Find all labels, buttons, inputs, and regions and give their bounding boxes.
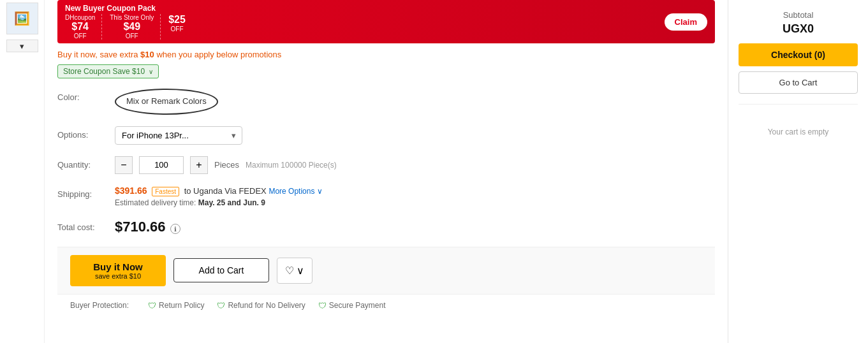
store-coupon-button[interactable]: Store Coupon Save $10 ∨	[57, 64, 159, 78]
shipping-info: $391.66 Fastest to Uganda Via FEDEX More…	[115, 186, 715, 196]
fastest-badge: Fastest	[152, 187, 179, 196]
delivery-label: Estimated delivery time:	[115, 198, 196, 207]
store-sublabel: This Store Only	[110, 14, 154, 21]
shipping-control: $391.66 Fastest to Uganda Via FEDEX More…	[115, 186, 715, 207]
protection-return: 🛡 Return Policy	[148, 301, 204, 310]
subtotal-label: Subtotal	[739, 10, 858, 20]
mix-remark-color-option[interactable]: Mix or Remark Colors	[115, 89, 218, 115]
wishlist-heart-icon: ♡	[285, 265, 294, 277]
protection-refund: 🛡 Refund for No Delivery	[217, 301, 305, 310]
wishlist-chevron-icon: ∨	[297, 265, 304, 277]
quantity-row: Quantity: − + Pieces Maximum 100000 Piec…	[57, 156, 715, 174]
protection-secure: 🛡 Secure Payment	[318, 301, 386, 310]
total-cost-control: $710.66 ℹ	[115, 219, 715, 235]
shipping-price: $391.66	[115, 186, 147, 196]
dhcoupon-sublabel: DHcoupon	[65, 14, 95, 21]
coupon-title: New Buyer Coupon Pack	[65, 4, 665, 13]
dhcoupon-label: OFF	[65, 33, 95, 40]
product-thumbnail[interactable]: 🖼️	[6, 3, 38, 34]
thumbnail-column: 🖼️ ▾	[0, 0, 45, 343]
protection-label: Buyer Protection:	[70, 301, 129, 310]
shield-secure-icon: 🛡	[318, 301, 327, 310]
save-promo: Buy it now, save extra $10 when you appl…	[57, 50, 715, 59]
action-area: Buy it Now save extra $10 Add to Cart ♡ …	[57, 247, 715, 294]
total-price: $710.66	[115, 219, 166, 235]
shield-return-icon: 🛡	[148, 301, 156, 310]
quantity-label: Quantity:	[57, 156, 115, 170]
quantity-control: − + Pieces Maximum 100000 Piece(s)	[115, 156, 715, 174]
total-cost-row: Total cost: $710.66 ℹ	[57, 219, 715, 235]
options-control: For iPhone 13Pr...	[115, 126, 715, 145]
empty-cart-message: Your cart is empty	[739, 128, 858, 136]
quantity-max: Maximum 100000 Piece(s)	[246, 161, 337, 170]
dhcoupon-amount: $74	[65, 21, 95, 33]
save-promo-suffix: when you apply below promotions	[156, 50, 281, 59]
buy-now-sub-label: save extra $10	[85, 272, 151, 280]
chevron-down-icon: ▾	[20, 41, 24, 51]
protection-row: Buyer Protection: 🛡 Return Policy 🛡 Refu…	[57, 294, 715, 317]
options-row: Options: For iPhone 13Pr...	[57, 126, 715, 145]
save-promo-text: Buy it now, save extra	[57, 50, 138, 59]
dhcoupon-item: DHcoupon $74 OFF	[65, 14, 102, 40]
store-amount: $49	[110, 21, 154, 33]
protection-return-text: Return Policy	[159, 301, 204, 310]
cart-sidebar: Subtotal UGX0 Checkout (0) Go to Cart Yo…	[728, 0, 868, 343]
more-options-link[interactable]: More Options ∨	[268, 187, 322, 196]
total-cost-label: Total cost:	[57, 219, 115, 232]
coupon-banner: New Buyer Coupon Pack DHcoupon $74 OFF T…	[57, 0, 715, 43]
shield-refund-icon: 🛡	[217, 301, 225, 310]
more-options-text: More Options	[268, 187, 314, 196]
extra-amount: $25	[168, 14, 186, 26]
wishlist-button[interactable]: ♡ ∨	[277, 258, 313, 284]
sidebar-divider	[739, 104, 858, 105]
claim-button[interactable]: Claim	[665, 13, 707, 31]
protection-secure-text: Secure Payment	[329, 301, 386, 310]
quantity-unit: Pieces	[214, 160, 239, 170]
save-promo-amount: $10	[140, 50, 154, 59]
color-label: Color:	[57, 89, 115, 102]
protection-refund-text: Refund for No Delivery	[228, 301, 305, 310]
info-icon[interactable]: ℹ	[170, 224, 180, 234]
checkout-button[interactable]: Checkout (0)	[739, 43, 858, 66]
quantity-input[interactable]	[139, 156, 184, 174]
delivery-time: Estimated delivery time: May. 25 and Jun…	[115, 198, 715, 207]
go-to-cart-button[interactable]: Go to Cart	[739, 71, 858, 94]
color-row: Color: Mix or Remark Colors	[57, 89, 715, 115]
options-select-wrapper[interactable]: For iPhone 13Pr...	[115, 126, 242, 145]
options-label: Options:	[57, 126, 115, 140]
product-details: New Buyer Coupon Pack DHcoupon $74 OFF T…	[45, 0, 728, 343]
quantity-stepper-group: − + Pieces Maximum 100000 Piece(s)	[115, 156, 715, 174]
more-options-chevron: ∨	[317, 187, 323, 196]
store-coupon-item: This Store Only $49 OFF	[110, 14, 161, 40]
subtotal-amount: UGX0	[739, 22, 858, 36]
extra-coupon-item: $25 OFF	[168, 14, 192, 40]
delivery-date: May. 25 and Jun. 9	[198, 198, 265, 207]
thumbnail-nav-down[interactable]: ▾	[6, 40, 38, 52]
shipping-label: Shipping:	[57, 186, 115, 199]
store-coupon-label: Store Coupon Save $10	[63, 67, 145, 76]
shipping-row: Shipping: $391.66 Fastest to Uganda Via …	[57, 186, 715, 207]
add-to-cart-button[interactable]: Add to Cart	[173, 258, 269, 282]
shipping-destination: to Uganda Via FEDEX	[184, 186, 267, 196]
buy-now-button[interactable]: Buy it Now save extra $10	[70, 255, 166, 286]
quantity-minus-button[interactable]: −	[115, 156, 133, 174]
options-select[interactable]: For iPhone 13Pr...	[115, 126, 242, 145]
quantity-plus-button[interactable]: +	[190, 156, 208, 174]
buy-now-main-label: Buy it Now	[85, 261, 151, 272]
color-option-text: Mix or Remark Colors	[126, 96, 207, 106]
store-coupon-chevron: ∨	[149, 68, 153, 75]
store-label: OFF	[110, 33, 154, 40]
extra-label: OFF	[168, 26, 186, 33]
color-options: Mix or Remark Colors	[115, 89, 715, 115]
